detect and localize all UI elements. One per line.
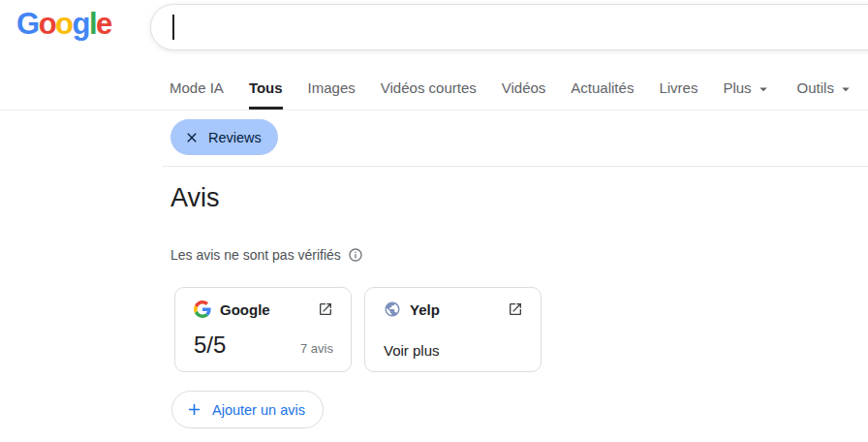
google-logo[interactable]: Google (16, 8, 111, 41)
card-source-name: Google (220, 301, 309, 318)
review-count: 7 avis (300, 341, 333, 356)
tab-plus[interactable]: Plus (723, 67, 771, 110)
tab-tous[interactable]: Tous (249, 67, 283, 110)
disclaimer-text: Les avis ne sont pas vérifiés (170, 247, 341, 263)
tab-outils[interactable]: Outils (797, 67, 854, 110)
tab-actualites[interactable]: Actualités (571, 67, 634, 110)
close-icon[interactable] (184, 130, 200, 145)
chevron-down-icon (755, 80, 772, 98)
review-source-cards: Google 5/5 7 avis Yelp (174, 287, 542, 372)
logo-letter-0: G (16, 7, 39, 41)
tab-images[interactable]: Images (308, 67, 356, 110)
logo-letter-4: l (89, 7, 96, 41)
logo-letter-1: o (39, 7, 55, 41)
logo-letter-3: g (73, 7, 89, 41)
info-icon[interactable] (348, 247, 363, 263)
add-review-button[interactable]: Ajouter un avis (171, 391, 324, 428)
rating-value: 5/5 (194, 332, 226, 359)
plus-icon (185, 400, 203, 419)
google-g-icon (194, 300, 211, 318)
filter-chip-label: Reviews (208, 130, 262, 145)
search-input[interactable] (150, 4, 868, 50)
card-source-name: Yelp (410, 301, 499, 318)
google-search-results-page: Google Mode IA Tous Images Vidéos courte… (0, 0, 868, 442)
section-divider (163, 166, 868, 167)
filter-chip-reviews[interactable]: Reviews (170, 119, 278, 155)
globe-icon (384, 300, 401, 318)
tab-videos[interactable]: Vidéos (502, 67, 546, 110)
reviews-disclaimer: Les avis ne sont pas vérifiés (170, 247, 363, 263)
tab-mode-ia[interactable]: Mode IA (170, 67, 224, 110)
open-in-new-icon[interactable] (508, 301, 523, 317)
add-review-label: Ajouter un avis (212, 402, 305, 418)
tab-videos-courtes[interactable]: Vidéos courtes (381, 67, 477, 110)
open-in-new-icon[interactable] (318, 301, 333, 317)
logo-letter-2: o (55, 7, 72, 41)
review-card-google[interactable]: Google 5/5 7 avis (174, 287, 352, 372)
text-cursor (172, 15, 174, 40)
review-card-yelp[interactable]: Yelp Voir plus (364, 287, 542, 372)
see-more-link[interactable]: Voir plus (384, 342, 440, 359)
logo-letter-5: e (96, 7, 111, 41)
chevron-down-icon (837, 80, 854, 98)
search-category-tabs: Mode IA Tous Images Vidéos courtes Vidéo… (0, 67, 868, 110)
page-title: Avis (170, 183, 220, 213)
tab-livres[interactable]: Livres (659, 67, 698, 110)
